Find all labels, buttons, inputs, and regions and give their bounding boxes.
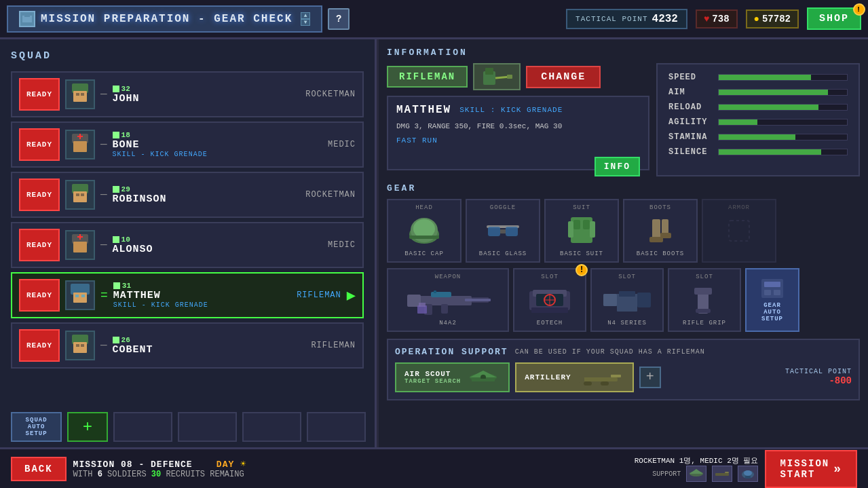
gear-name-boots: BASIC BOOTS — [637, 250, 684, 257]
ready-button-john[interactable]: READY — [19, 78, 60, 111]
weapon-slot-eotech[interactable]: SLOT ! EOTECH — [513, 268, 586, 332]
char-stats: DMG 3, RANGE 350, FIRE 0.3sec, MAG 30 — [396, 120, 640, 134]
svg-rect-13 — [81, 193, 84, 196]
stat-bar-bg-agility — [718, 119, 848, 126]
squad-row[interactable]: READY — 18 BONE SKILL - KICK GRENADE MED… — [11, 121, 364, 168]
stat-label-reload: RELOAD — [668, 102, 713, 112]
back-button[interactable]: BACK — [11, 457, 67, 481]
svg-rect-36 — [506, 227, 518, 236]
stat-bar-bg-silence — [718, 149, 848, 155]
stat-bar-fill-silence — [719, 149, 821, 155]
avatar-alonso — [65, 230, 95, 260]
svg-rect-9 — [73, 141, 87, 152]
gear-section: GEAR HEAD BASIC CAP GOGGLE — [387, 183, 860, 332]
nav-down-arrow[interactable]: ▼ — [301, 19, 310, 26]
change-button[interactable]: CHANGE — [526, 66, 601, 88]
gear-auto-label: GEARAUTOSETUP — [761, 302, 783, 322]
ready-button-robinson[interactable]: READY — [19, 179, 60, 211]
gear-slot-suit[interactable]: SUIT BASIC SUIT — [544, 199, 619, 263]
stat-bar-bg-stamina — [718, 134, 848, 140]
stat-bar-fill-agility — [719, 119, 757, 125]
gear-auto-setup-button[interactable]: GEARAUTOSETUP — [745, 268, 799, 332]
svg-rect-72 — [696, 309, 711, 313]
info-button[interactable]: INFO — [595, 157, 640, 176]
gear-slot-goggle[interactable]: GOGGLE BASIC GLASS — [466, 199, 540, 263]
dash-icon: — — [100, 189, 107, 201]
char-name: MATTHEW — [396, 104, 451, 116]
squad-level-john: 32 — [113, 85, 301, 93]
squad-row-active[interactable]: READY = 31 MATTHEW SKILL - KICK GRENADE … — [11, 272, 364, 318]
squad-level-robinson: 29 — [113, 185, 301, 193]
tactical-point-label: TACTICAL POINT — [575, 15, 647, 23]
stat-bar-bg-reload — [718, 104, 848, 111]
active-arrow-icon: ▶ — [347, 286, 356, 305]
weapon-slot-main[interactable]: WEAPON — [387, 268, 509, 332]
hearts-box: ♥ 738 — [696, 10, 738, 29]
squad-row[interactable]: READY — 10 ALONSO MEDIC — [11, 222, 364, 268]
title-icon — [19, 11, 35, 27]
mission-start-button[interactable]: MISSIONSTART » — [765, 450, 857, 488]
gear-slot-head[interactable]: HEAD BASIC CAP — [387, 199, 461, 263]
avatar-john — [65, 79, 95, 109]
squad-row[interactable]: READY — 29 ROBINSON ROCKETMAN — [11, 172, 364, 218]
title-box: MISSION PREPARATION - GEAR CHECK ▲ ▼ — [7, 5, 322, 33]
nav-arrows[interactable]: ▲ ▼ — [301, 12, 310, 26]
gear-slot-label-boots: BOOTS — [628, 204, 692, 211]
squad-row[interactable]: READY — 26 COBENT RIFLEMAN — [11, 322, 364, 369]
ready-button-alonso[interactable]: READY — [19, 229, 60, 261]
nav-up-arrow[interactable]: ▲ — [301, 12, 310, 19]
gear-slot-label-suit: SUIT — [550, 204, 614, 211]
right-panel: INFORMATION RIFLEMAN CHANGE — [379, 39, 868, 447]
ready-button-bone[interactable]: READY — [19, 128, 60, 161]
require-text: ROCKETMAN 1명, MEDIC 2명 필요 — [635, 455, 759, 466]
svg-rect-35 — [488, 227, 500, 236]
svg-rect-11 — [73, 191, 87, 202]
gear-slot-boots[interactable]: BOOTS BASIC BOOTS — [623, 199, 698, 263]
weapon-slot-rifle-grip[interactable]: SLOT RIFLE GRIP — [668, 268, 741, 332]
help-button[interactable]: ? — [328, 8, 350, 30]
info-header: RIFLEMAN CHANGE — [387, 63, 649, 90]
gear-slot-armor[interactable]: ARMOR — [702, 199, 776, 263]
ops-item-air-scout[interactable]: AIR SCOUT TARGET SEARCH — [395, 362, 510, 392]
squad-name-john: JOHN — [113, 93, 301, 105]
weapon-slot-n4[interactable]: SLOT N4 SERIES — [590, 268, 664, 332]
squad-auto-setup-button[interactable]: SQUADAUTOSETUP — [11, 412, 62, 442]
mission-info: MISSION 08 - DEFENCE DAY ☀ WITH 6 SOLDIE… — [73, 458, 628, 479]
ops-item-label-air-scout: AIR SCOUT TARGET SEARCH — [404, 370, 461, 385]
info-section-label: INFORMATION — [387, 48, 860, 58]
mission-name: MISSION 08 - DEFENCE DAY ☀ — [73, 458, 628, 470]
info-stats-row: RIFLEMAN CHANGE MATTHEW SKILL : KICK GRE… — [387, 63, 860, 176]
char-extra: FAST RUN — [396, 136, 640, 145]
shop-button[interactable]: SHOP ! — [807, 7, 861, 30]
squad-row[interactable]: READY — 32 JOHN ROCKETMAN — [11, 71, 364, 117]
squad-empty-slot-2 — [178, 412, 237, 442]
svg-rect-68 — [619, 291, 635, 297]
squad-class-bone: MEDIC — [328, 140, 356, 149]
svg-rect-8 — [79, 134, 81, 139]
svg-rect-85 — [579, 376, 584, 383]
svg-rect-81 — [580, 377, 618, 381]
stat-label-silence: SILENCE — [668, 147, 713, 157]
weapon-name-rifle-grip: RIFLE GRIP — [683, 320, 726, 326]
squad-add-button[interactable]: + — [67, 412, 107, 442]
dash-icon: — — [100, 88, 107, 100]
stat-bar-fill-reload — [719, 105, 818, 110]
mission-soldiers: WITH 6 SOLDIERS 30 RECRUITS REMAING — [73, 470, 628, 479]
squad-level-matthew: 31 — [113, 282, 291, 290]
squad-class-robinson: ROCKETMAN — [305, 190, 356, 200]
squad-empty-slot-4 — [307, 412, 366, 442]
ready-button-cobent[interactable]: READY — [19, 329, 60, 362]
ops-item-artillery[interactable]: ARTILLERY — [515, 362, 633, 392]
gear-icon-armor — [719, 214, 759, 248]
svg-rect-75 — [764, 290, 771, 295]
squad-level-alonso: 10 — [113, 236, 322, 244]
slot-badge-eotech: ! — [575, 264, 588, 276]
ready-button-matthew[interactable]: READY — [19, 279, 60, 312]
page-title: MISSION PREPARATION - GEAR CHECK — [41, 13, 293, 25]
squad-name-robinson: ROBINSON — [113, 193, 301, 205]
ops-add-button[interactable]: + — [639, 367, 661, 388]
svg-rect-19 — [73, 293, 87, 303]
stat-row-stamina: STAMINA — [668, 132, 848, 142]
tp-cost-label: TACTICAL POINT — [785, 368, 852, 375]
stat-label-aim: AIM — [668, 88, 713, 97]
